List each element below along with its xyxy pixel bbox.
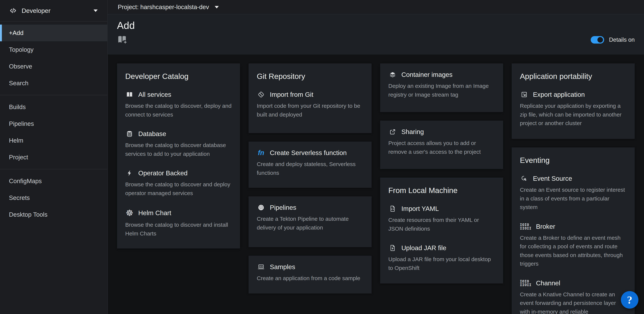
item-description: Replicate your application by exporting … [520,102,626,128]
event-source-icon [520,175,528,182]
item-operator-backed[interactable]: Operator Backed [125,169,232,177]
catalog-item: Upload JAR fileUpload a JAR file from yo… [388,244,495,272]
details-toggle-knob [598,37,603,43]
item-description: Create a Tekton Pipeline to automate del… [257,215,363,232]
card-column: Git RepositoryImport from GitImport code… [248,63,372,294]
sidebar-item-search[interactable]: Search [0,75,107,92]
card-title: Developer Catalog [125,72,232,81]
perspective-label: Developer [22,7,89,14]
git-icon [257,91,265,98]
catalog-item: PipelinesCreate a Tekton Pipeline to aut… [257,204,363,232]
code-sample-laptop-icon [257,263,265,271]
item-all-services[interactable]: All services [125,91,232,98]
upload-file-icon [388,244,397,252]
sidebar-item-desktop-tools[interactable]: Desktop Tools [0,206,107,223]
item-samples[interactable]: Samples [257,263,363,271]
card-column: Developer CatalogAll servicesBrowse the … [117,63,240,249]
code-perspective-icon [9,7,17,14]
item-upload-jar-file[interactable]: Upload JAR file [388,244,495,252]
item-pipelines[interactable]: Pipelines [257,204,363,211]
catalog-item: Import YAMLCreate resources from their Y… [388,205,495,233]
catalog-item: Event SourceCreate an Event source to re… [520,175,626,212]
project-selector[interactable]: Project: harshcasper-localsta-dev [118,3,219,10]
container-layers-icon [388,71,397,78]
item-description: Browse the catalog to discover and insta… [125,221,232,238]
item-export-application[interactable]: Export application [520,91,626,98]
item-broker[interactable]: IOIOIIOIIBroker [520,223,626,230]
sidebar-item-topology[interactable]: Topology [0,41,107,58]
item-label: Create Serverless function [270,149,346,157]
item-label: Helm Chart [138,209,171,217]
item-description: Create a Knative Channel to create an ev… [520,290,626,314]
sidebar-item-helm[interactable]: Helm [0,132,107,149]
card-application-portability: Application portabilityExport applicatio… [512,63,635,139]
card-developer-catalog: Developer CatalogAll servicesBrowse the … [117,63,240,249]
quickstart-book-button[interactable] [117,34,127,45]
item-description: Import code from your Git repository to … [257,102,363,119]
item-channel[interactable]: IOIOIIOIIChannel [520,279,626,287]
item-description: Project access allows you to add or remo… [388,139,495,156]
sidebar-item-pipelines[interactable]: Pipelines [0,115,107,132]
card-title: Git Repository [257,72,363,81]
card-column: Application portabilityExport applicatio… [512,63,635,314]
project-bar: Project: harshcasper-localsta-dev [108,0,644,14]
item-label: Samples [270,263,295,271]
catalog-item: All servicesBrowse the catalog to discov… [125,91,232,119]
item-sharing[interactable]: Sharing [388,128,495,135]
nav-group: BuildsPipelinesHelmProject [0,99,107,166]
sidebar-item-add[interactable]: +Add [0,24,107,41]
open-book-icon [125,91,134,98]
details-toggle-group: Details on [591,36,635,43]
item-label: Import from Git [270,91,313,98]
open-book-plus-icon [117,34,127,45]
item-description: Upload a JAR file from your local deskto… [388,255,495,272]
catalog-item: Container imagesDeploy an existing Image… [388,71,495,99]
tekton-pipelines-icon [257,204,265,211]
item-description: Create resources from their YAML or JSON… [388,216,495,233]
details-toggle-label: Details on [609,36,635,43]
sidebar-item-configmaps[interactable]: ConfigMaps [0,173,107,190]
item-create-serverless-function[interactable]: fnCreate Serverless function [257,149,363,157]
lightning-bolt-icon [125,170,134,177]
help-button[interactable]: ? [621,291,638,309]
sidebar-item-project[interactable]: Project [0,149,107,166]
item-event-source[interactable]: Event Source [520,175,626,182]
sidebar-item-builds[interactable]: Builds [0,99,107,115]
database-icon [125,130,134,137]
nav-group: ConfigMapsSecretsDesktop Tools [0,173,107,223]
card-from-local-machine: From Local MachineImport YAMLCreate reso… [380,178,503,284]
perspective-switcher[interactable]: Developer [0,0,107,21]
helm-wheel-icon: ☸ [125,209,134,217]
item-label: Operator Backed [138,169,188,177]
project-label: Project: harshcasper-localsta-dev [118,3,209,10]
item-label: Database [138,130,166,138]
card-columns: Developer CatalogAll servicesBrowse the … [108,54,644,314]
item-label: Export application [533,91,585,98]
nav-group-divider [0,95,107,95]
item-description: Create and deploy stateless, Serverless … [257,160,363,177]
item-container-images[interactable]: Container images [388,71,495,78]
item-import-yaml[interactable]: Import YAML [388,205,495,212]
item-label: Event Source [533,175,572,182]
app-root: Developer +AddTopologyObserveSearchBuild… [0,0,644,314]
share-arrow-icon [388,128,397,135]
sidebar-item-observe[interactable]: Observe [0,58,107,75]
page-title: Add [117,20,635,31]
item-label: Pipelines [270,204,296,211]
main-content: Add Details on [108,14,644,314]
sidebar-item-secrets[interactable]: Secrets [0,190,107,206]
yaml-file-icon [388,205,397,212]
item-helm-chart[interactable]: ☸Helm Chart [125,209,232,217]
binary-digits-icon: IOIOIIOII [520,223,532,230]
card-title: Application portability [520,72,626,81]
catalog-item: DatabaseBrowse the catalog to discover d… [125,130,232,158]
details-toggle[interactable] [591,36,604,43]
card-title: Eventing [520,156,626,165]
sidebar: Developer +AddTopologyObserveSearchBuild… [0,0,108,314]
item-import-from-git[interactable]: Import from Git [257,91,363,98]
item-database[interactable]: Database [125,130,232,138]
catalog-item: SamplesCreate an application from a code… [257,263,363,283]
item-description: Deploy an existing Image from an Image r… [388,82,495,99]
page-header: Add Details on [108,14,644,54]
nav-group-divider [0,169,107,169]
